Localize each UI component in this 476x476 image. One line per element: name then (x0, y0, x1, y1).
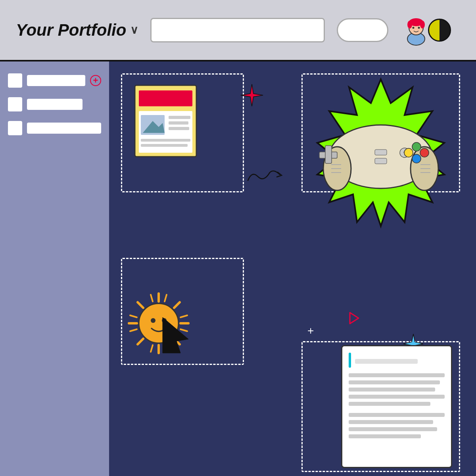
svg-line-48 (130, 329, 137, 331)
svg-line-51 (151, 345, 153, 352)
svg-point-25 (420, 148, 429, 157)
starburst-game: + (298, 71, 464, 246)
text-document-card (341, 345, 452, 468)
sidebar-icon-2 (8, 97, 22, 111)
add-icon[interactable]: + (90, 75, 101, 86)
svg-line-45 (151, 295, 153, 301)
portfolio-title[interactable]: Your Portfolio ∨ (16, 21, 138, 40)
sparkle-red-icon (240, 83, 264, 107)
sidebar-item-1: + (8, 73, 101, 88)
theme-color-circle[interactable] (428, 19, 451, 42)
sidebar: + (0, 61, 109, 476)
svg-rect-21 (325, 146, 332, 163)
text-line-5 (349, 402, 430, 406)
text-doc-subtitle (355, 359, 418, 364)
text-line-8 (349, 427, 437, 431)
spacer (349, 409, 445, 413)
svg-line-43 (138, 302, 143, 308)
portfolio-dropdown-chevron[interactable]: ∨ (130, 23, 138, 36)
sidebar-bar-1 (27, 75, 85, 86)
svg-point-26 (412, 154, 421, 163)
view-toggle[interactable] (337, 18, 388, 42)
avatar[interactable] (400, 14, 432, 46)
svg-point-3 (407, 21, 412, 29)
portfolio-title-text: Your Portfolio (16, 21, 126, 40)
main-layout: + (0, 61, 476, 476)
text-line-3 (349, 388, 435, 392)
svg-line-37 (174, 302, 180, 308)
svg-point-6 (418, 27, 420, 29)
sidebar-icon-1 (8, 73, 22, 88)
sidebar-bar-2 (27, 99, 83, 110)
play-button-icon[interactable] (347, 311, 361, 325)
text-line-2 (349, 380, 440, 384)
sidebar-item-3 (8, 121, 101, 135)
svg-line-44 (165, 295, 167, 301)
svg-rect-15 (141, 139, 190, 142)
svg-line-41 (138, 339, 143, 344)
text-line-1 (349, 373, 445, 377)
canvas: + (109, 61, 476, 476)
cursor-arrow (159, 313, 194, 357)
search-input[interactable] (150, 18, 325, 42)
plus-icon: + (307, 324, 314, 337)
svg-marker-56 (350, 313, 359, 324)
svg-line-49 (130, 315, 137, 317)
svg-point-24 (412, 142, 421, 151)
text-doc-header (349, 353, 445, 368)
text-line-6 (349, 413, 445, 417)
text-line-4 (349, 395, 445, 399)
svg-rect-8 (139, 90, 192, 106)
text-line-7 (349, 420, 433, 424)
sidebar-item-2 (8, 97, 101, 111)
svg-rect-29 (375, 158, 387, 164)
text-line-9 (349, 434, 421, 438)
svg-rect-12 (169, 116, 190, 119)
svg-marker-55 (163, 317, 188, 353)
svg-rect-28 (375, 150, 387, 155)
svg-rect-16 (141, 144, 188, 147)
svg-point-53 (151, 318, 155, 323)
svg-rect-13 (169, 121, 188, 125)
svg-point-27 (404, 148, 413, 157)
header: Your Portfolio ∨ (0, 0, 476, 61)
avatar-area (400, 14, 451, 46)
document-card (133, 83, 198, 159)
svg-rect-14 (169, 127, 189, 130)
sidebar-bar-3 (27, 123, 101, 134)
sidebar-icon-3 (8, 121, 22, 135)
squiggle-icon (244, 167, 284, 186)
svg-point-4 (420, 21, 425, 29)
svg-point-5 (413, 27, 415, 29)
teal-accent-bar (349, 353, 351, 368)
